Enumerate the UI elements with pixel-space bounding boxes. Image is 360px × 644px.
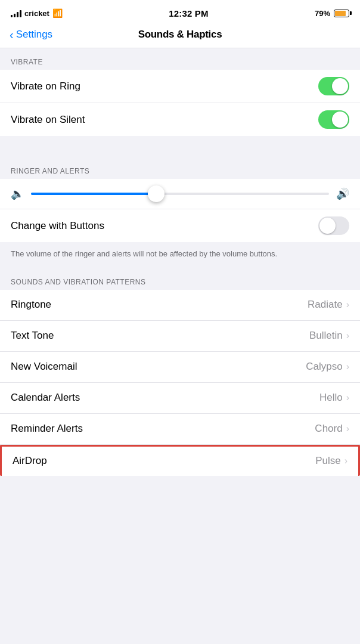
- status-bar-left: cricket 📶: [11, 8, 63, 18]
- ringtone-value-container: Radiate ›: [308, 299, 349, 311]
- chevron-right-icon: ›: [345, 456, 347, 466]
- volume-low-icon: 🔈: [11, 187, 24, 200]
- back-label: Settings: [16, 29, 52, 41]
- ringer-alerts-group: 🔈 🔊 Change with Buttons: [0, 179, 360, 242]
- sounds-vibration-group: Ringtone Radiate › Text Tone Bulletin › …: [0, 290, 360, 476]
- status-bar-right: 79%: [315, 9, 349, 18]
- status-bar: cricket 📶 12:32 PM 79%: [0, 0, 360, 24]
- battery-icon: [334, 10, 349, 17]
- chevron-right-icon: ›: [346, 330, 349, 341]
- back-chevron-icon: ‹: [10, 29, 14, 41]
- back-button[interactable]: ‹ Settings: [10, 29, 52, 41]
- reminder-alerts-value: Chord: [315, 423, 342, 435]
- reminder-alerts-label: Reminder Alerts: [11, 423, 83, 435]
- text-tone-value-container: Bulletin ›: [309, 330, 349, 342]
- airdrop-row[interactable]: AirDrop Pulse ›: [0, 445, 360, 476]
- calendar-alerts-value-container: Hello ›: [319, 392, 349, 404]
- toggle-knob: [332, 112, 348, 128]
- section-divider-1: [0, 136, 360, 157]
- volume-slider[interactable]: [31, 193, 329, 195]
- reminder-alerts-row[interactable]: Reminder Alerts Chord ›: [0, 414, 360, 445]
- ringtone-row[interactable]: Ringtone Radiate ›: [0, 290, 360, 321]
- ringtone-label: Ringtone: [11, 299, 51, 311]
- nav-bar: ‹ Settings Sounds & Haptics: [0, 24, 360, 48]
- new-voicemail-value: Calypso: [306, 361, 342, 373]
- chevron-right-icon: ›: [346, 299, 349, 310]
- wifi-icon: 📶: [52, 8, 63, 18]
- vibrate-on-silent-label: Vibrate on Silent: [11, 114, 85, 126]
- signal-bar-1: [11, 15, 13, 17]
- vibrate-on-ring-label: Vibrate on Ring: [11, 80, 80, 92]
- airdrop-label: AirDrop: [13, 455, 47, 467]
- calendar-alerts-row[interactable]: Calendar Alerts Hello ›: [0, 383, 360, 414]
- status-time: 12:32 PM: [169, 8, 209, 18]
- sounds-vibration-header: SOUNDS AND VIBRATION PATTERNS: [0, 268, 360, 290]
- new-voicemail-value-container: Calypso ›: [306, 361, 349, 373]
- toggle-knob: [332, 78, 348, 94]
- calendar-alerts-value: Hello: [319, 392, 343, 404]
- change-with-buttons-row: Change with Buttons: [0, 209, 360, 242]
- ringer-alerts-section-header: RINGER AND ALERTS: [0, 157, 360, 179]
- chevron-right-icon: ›: [346, 423, 349, 434]
- text-tone-value: Bulletin: [309, 330, 343, 342]
- vibrate-on-silent-toggle[interactable]: [318, 110, 349, 129]
- ringtone-value: Radiate: [308, 299, 343, 311]
- ringer-info-text: The volume of the ringer and alerts will…: [0, 242, 360, 268]
- chevron-right-icon: ›: [346, 392, 349, 403]
- page-title: Sounds & Haptics: [138, 29, 222, 41]
- airdrop-value: Pulse: [315, 455, 341, 467]
- battery-fill: [335, 11, 346, 16]
- vibrate-on-ring-toggle[interactable]: [318, 77, 349, 95]
- airdrop-value-container: Pulse ›: [315, 455, 347, 467]
- slider-thumb[interactable]: [148, 185, 165, 202]
- change-with-buttons-label: Change with Buttons: [11, 220, 104, 232]
- carrier-name: cricket: [24, 9, 49, 18]
- slider-fill: [31, 193, 156, 195]
- toggle-knob: [319, 218, 336, 234]
- chevron-right-icon: ›: [346, 361, 349, 372]
- reminder-alerts-value-container: Chord ›: [315, 423, 349, 435]
- text-tone-label: Text Tone: [11, 330, 54, 342]
- vibrate-group: Vibrate on Ring Vibrate on Silent: [0, 70, 360, 136]
- volume-high-icon: 🔊: [336, 187, 349, 200]
- vibrate-on-ring-row: Vibrate on Ring: [0, 70, 360, 103]
- signal-bars-icon: [11, 9, 21, 17]
- vibrate-section-header: VIBRATE: [0, 48, 360, 70]
- calendar-alerts-label: Calendar Alerts: [11, 392, 80, 404]
- text-tone-row[interactable]: Text Tone Bulletin ›: [0, 321, 360, 352]
- signal-bar-2: [14, 14, 15, 17]
- signal-bar-3: [17, 12, 18, 17]
- signal-bar-4: [20, 10, 21, 17]
- new-voicemail-label: New Voicemail: [11, 361, 77, 373]
- battery-percent: 79%: [315, 9, 330, 18]
- vibrate-on-silent-row: Vibrate on Silent: [0, 103, 360, 136]
- new-voicemail-row[interactable]: New Voicemail Calypso ›: [0, 352, 360, 383]
- volume-slider-row: 🔈 🔊: [0, 179, 360, 209]
- change-with-buttons-toggle[interactable]: [318, 216, 349, 235]
